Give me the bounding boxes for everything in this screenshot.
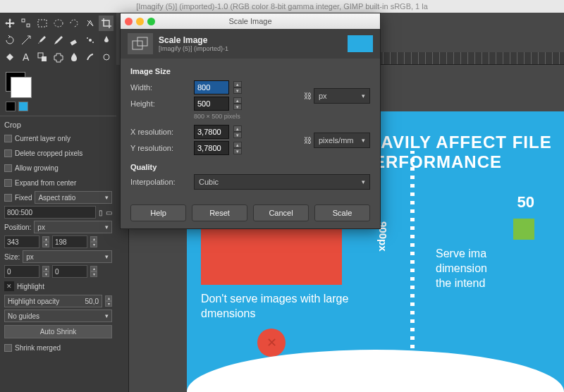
- spinner[interactable]: ▴▾: [233, 81, 242, 94]
- chain-link-icon[interactable]: ⛓: [301, 82, 314, 110]
- free-select-tool[interactable]: [67, 16, 82, 31]
- size-unit-dropdown[interactable]: px▾: [23, 250, 112, 263]
- ellipse-select-tool[interactable]: [51, 16, 66, 31]
- color-swatches[interactable]: [0, 69, 116, 114]
- svg-rect-4: [70, 39, 77, 45]
- pos-x-field[interactable]: [4, 235, 39, 248]
- image-thumbnail: [348, 35, 373, 52]
- res-unit-dropdown[interactable]: pixels/mm▾: [314, 133, 370, 148]
- checkbox[interactable]: [4, 194, 12, 202]
- poster-caption: Don't serve images with large dmensions: [201, 292, 356, 321]
- close-window-button[interactable]: [125, 18, 133, 25]
- dialog-title: Scale Image: [228, 17, 271, 25]
- red-circle-icon: ✕: [257, 329, 286, 357]
- crop-tool[interactable]: [99, 16, 114, 31]
- options-title: Crop: [4, 121, 112, 129]
- portrait-icon[interactable]: ▯: [99, 209, 103, 216]
- text-tool[interactable]: A: [19, 49, 34, 65]
- dodge-tool[interactable]: [99, 49, 114, 65]
- spinner[interactable]: ▴▾: [233, 125, 242, 138]
- airbrush-tool[interactable]: [83, 32, 98, 48]
- chevron-down-icon: ▾: [362, 137, 365, 144]
- poster-number: 50: [436, 193, 534, 212]
- smudge-tool[interactable]: [83, 49, 98, 65]
- svg-point-5: [89, 39, 92, 42]
- spinner[interactable]: ▴▾: [90, 266, 97, 277]
- paintbrush-tool[interactable]: [35, 32, 49, 48]
- dialog-titlebar[interactable]: Scale Image: [121, 13, 380, 29]
- cancel-button[interactable]: Cancel: [253, 204, 309, 221]
- chevron-down-icon: ▾: [362, 92, 365, 99]
- rotate-tool[interactable]: [3, 32, 18, 48]
- size-w-field[interactable]: [4, 265, 39, 278]
- scale-image-dialog: Scale Image Scale Image [Imagify (5)] (i…: [120, 13, 381, 229]
- section-image-size: Image Size: [130, 67, 370, 75]
- help-button[interactable]: Help: [130, 204, 186, 221]
- scale-icon: [128, 33, 153, 54]
- svg-point-3: [54, 20, 63, 27]
- chevron-down-icon: ▾: [105, 253, 109, 260]
- landscape-icon[interactable]: ▭: [106, 209, 112, 216]
- chevron-down-icon: ▾: [105, 223, 109, 231]
- checkbox[interactable]: [4, 135, 12, 142]
- checkbox[interactable]: [4, 179, 12, 187]
- ink-tool[interactable]: [99, 32, 114, 48]
- scale-button[interactable]: Scale: [314, 204, 370, 221]
- pos-unit-dropdown[interactable]: px▾: [34, 221, 112, 233]
- width-input[interactable]: [194, 80, 229, 94]
- svg-point-11: [104, 54, 109, 60]
- spinner[interactable]: ▴▾: [233, 142, 242, 154]
- height-input[interactable]: [194, 97, 229, 111]
- size-h-field[interactable]: [52, 265, 87, 278]
- poster-caption-2: Serve imadimensionthe intend: [436, 247, 534, 290]
- reset-button[interactable]: Reset: [192, 204, 247, 221]
- clone-tool[interactable]: [35, 49, 49, 65]
- svg-rect-10: [42, 56, 47, 61]
- spinner[interactable]: ▴▾: [233, 97, 242, 110]
- pencil-tool[interactable]: [51, 32, 66, 48]
- xres-input[interactable]: [194, 125, 229, 139]
- auto-shrink-button[interactable]: Auto Shrink: [4, 325, 112, 338]
- spinner[interactable]: ▴▾: [42, 236, 49, 247]
- ratio-field[interactable]: [4, 206, 96, 219]
- section-quality: Quality: [130, 163, 370, 171]
- chevron-down-icon: ▾: [105, 312, 109, 319]
- blur-tool[interactable]: [67, 49, 82, 65]
- svg-rect-1: [27, 24, 30, 27]
- toolbox: A: [0, 13, 116, 69]
- left-panel: A Crop Current layer only Delete cropped…: [0, 13, 116, 392]
- scale-tool[interactable]: [19, 32, 34, 48]
- svg-text:A: A: [23, 51, 30, 63]
- rect-select-tool[interactable]: [35, 16, 49, 31]
- aspect-dropdown[interactable]: Aspect ratio▾: [35, 191, 112, 204]
- yres-input[interactable]: [194, 141, 229, 155]
- svg-point-7: [92, 42, 94, 43]
- green-rectangle: [513, 219, 534, 240]
- dialog-header-title: Scale Image: [159, 35, 228, 45]
- close-icon[interactable]: ✕: [4, 281, 14, 291]
- spinner[interactable]: ▴▾: [90, 236, 97, 247]
- size-hint: 800 × 500 pixels: [194, 113, 370, 120]
- heal-tool[interactable]: [51, 49, 66, 65]
- size-unit-dropdown[interactable]: px▾: [314, 88, 370, 104]
- interpolation-dropdown[interactable]: Cubic▾: [194, 174, 370, 190]
- chevron-down-icon: ▾: [362, 178, 365, 185]
- svg-rect-2: [38, 20, 47, 27]
- zoom-window-button[interactable]: [147, 18, 155, 25]
- checkbox[interactable]: [4, 344, 12, 352]
- chain-link-icon[interactable]: ⛓: [301, 126, 314, 154]
- checkbox[interactable]: [4, 149, 12, 157]
- svg-point-6: [87, 37, 88, 39]
- spinner[interactable]: ▴▾: [42, 266, 49, 277]
- minimize-window-button[interactable]: [136, 18, 144, 25]
- spinner[interactable]: ▴▾: [105, 295, 112, 307]
- eraser-tool[interactable]: [67, 32, 82, 48]
- pos-y-field[interactable]: [52, 235, 87, 248]
- move-tool[interactable]: [3, 16, 18, 31]
- checkbox[interactable]: [4, 164, 12, 172]
- align-tool[interactable]: [19, 16, 34, 31]
- guides-dropdown[interactable]: No guides▾: [4, 310, 112, 322]
- app-title: [Imagify (5)] (imported)-1.0 (RGB color …: [136, 2, 428, 11]
- fuzzy-select-tool[interactable]: [83, 16, 98, 31]
- bucket-tool[interactable]: [3, 49, 18, 65]
